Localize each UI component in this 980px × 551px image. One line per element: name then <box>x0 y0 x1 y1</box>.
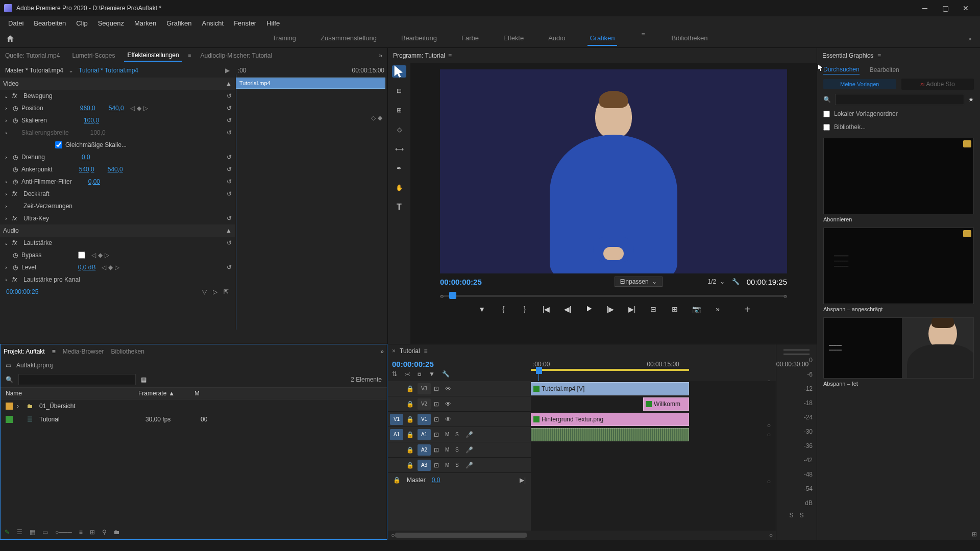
tab-media-browser[interactable]: Media-Browser <box>63 348 104 355</box>
tab-essential-graphics[interactable]: Essential Graphics <box>822 52 873 59</box>
pencil-icon[interactable]: ✎ <box>5 529 10 536</box>
timeline-scrollbar[interactable]: ○○ <box>388 531 776 540</box>
maximize-button[interactable]: ▢ <box>935 0 955 16</box>
fx-badge[interactable]: fx <box>12 276 20 283</box>
ec-clip-bar[interactable]: Tutorial.mp4 <box>236 78 385 89</box>
workspace-training[interactable]: Training <box>271 31 298 46</box>
twirl-icon[interactable]: › <box>3 118 9 123</box>
tabs-overflow[interactable]: » <box>376 52 385 59</box>
reset-icon[interactable]: ↺ <box>227 154 232 161</box>
project-search-input[interactable] <box>18 374 136 385</box>
lift-icon[interactable]: ⊟ <box>648 305 658 313</box>
ec-play-icon[interactable]: ▶ <box>225 67 230 74</box>
project-bin-row[interactable]: › 🖿 01_Übersicht <box>1 399 387 413</box>
next-kf-icon[interactable]: ▷ <box>105 252 109 259</box>
mute-icon[interactable]: M <box>445 447 452 453</box>
track-target-a2[interactable]: A2 <box>418 444 431 456</box>
track-a2-header[interactable]: 🔒A2⊡MS🎤 <box>388 442 531 458</box>
export-icon[interactable]: ⇱ <box>224 288 229 295</box>
mute-icon[interactable]: M <box>445 432 452 437</box>
panel-menu-icon[interactable]: ≡ <box>52 348 56 355</box>
fx-badge[interactable]: fx <box>12 190 20 197</box>
add-kf-icon[interactable]: ◆ <box>98 252 103 259</box>
project-seq-row[interactable]: ☰ Tutorial 30,00 fps 00 <box>1 413 387 426</box>
menu-bearbeiten[interactable]: Bearbeiten <box>30 18 70 28</box>
program-viewer[interactable] <box>440 69 787 273</box>
sync-lock-icon[interactable]: ⊡ <box>434 431 442 438</box>
workspace-menu-icon[interactable]: ≡ <box>638 31 649 46</box>
tabs-overflow[interactable]: » <box>380 348 384 355</box>
master-lock-icon[interactable]: 🔒 <box>393 477 401 484</box>
rotate-icon[interactable]: ◇ <box>392 123 406 136</box>
favorites-icon[interactable]: ★ <box>968 96 974 103</box>
reset-icon[interactable]: ↺ <box>227 190 232 197</box>
track-target-v1[interactable]: V1 <box>418 414 431 425</box>
eg-browse-tab[interactable]: Durchsuchen <box>823 66 860 74</box>
type-tool-icon[interactable]: T <box>392 201 406 213</box>
solo-icon[interactable]: S <box>455 447 462 453</box>
home-button[interactable] <box>0 34 20 43</box>
label-swatch[interactable] <box>6 416 13 423</box>
reset-icon[interactable]: ↺ <box>227 239 232 246</box>
play-only-icon[interactable]: ▷ <box>213 288 217 295</box>
sync-lock-icon[interactable]: ⊡ <box>434 416 442 423</box>
step-forward-icon[interactable]: |▶ <box>605 305 616 313</box>
solo-right[interactable]: S <box>800 512 804 519</box>
new-layer-icon[interactable]: ⊞ <box>972 531 977 538</box>
extract-icon[interactable]: ⊞ <box>670 305 680 313</box>
menu-grafiken[interactable]: Grafiken <box>162 18 195 28</box>
clip-v3[interactable]: Tutorial.mp4 [V] <box>531 382 689 395</box>
sequence-name[interactable]: Tutorial <box>39 416 141 423</box>
twirl-icon[interactable]: › <box>3 179 9 185</box>
stopwatch-icon[interactable]: ◷ <box>12 178 18 185</box>
mark-out-icon[interactable]: } <box>520 305 530 313</box>
automate-icon[interactable]: ⊞ <box>90 529 95 536</box>
prev-kf-icon[interactable]: ◁ <box>102 264 106 271</box>
sync-lock-icon[interactable]: ⊡ <box>434 446 442 454</box>
fx-badge[interactable]: fx <box>12 239 20 246</box>
mark-in-icon[interactable]: { <box>498 305 508 313</box>
sync-lock-icon[interactable]: ⊡ <box>434 385 442 392</box>
eye-icon[interactable]: 👁 <box>445 385 453 392</box>
source-patch-v1[interactable]: V1 <box>390 414 403 425</box>
stopwatch-icon[interactable]: ◷ <box>12 154 18 161</box>
icon-view-icon[interactable]: ▦ <box>30 529 35 536</box>
clip-v1[interactable]: Hintergrund Textur.png <box>531 413 689 426</box>
menu-fenster[interactable]: Fenster <box>230 18 260 28</box>
ec-bypass-checkbox[interactable] <box>78 252 85 259</box>
timeline-ruler[interactable]: :00:00 00:00:15:00 00:00:30:00 ○ <box>531 358 776 381</box>
next-kf-icon[interactable]: ▷ <box>143 105 148 112</box>
lock-icon[interactable]: 🔒 <box>406 446 414 454</box>
hand-tool-icon[interactable]: ✋ <box>392 182 406 194</box>
eg-my-templates-button[interactable]: Meine Vorlagen <box>823 79 896 89</box>
ec-pos-y[interactable]: 540,0 <box>109 105 124 112</box>
ec-pos-x[interactable]: 960,0 <box>80 105 95 112</box>
workspace-zusammenstellung[interactable]: Zusammenstellung <box>318 31 379 46</box>
program-scrubber[interactable]: ○ ○ <box>440 290 787 300</box>
marker-icon[interactable]: ▼ <box>429 370 435 378</box>
snap-icon[interactable]: ⩙ <box>404 370 410 378</box>
horizontal-center-icon[interactable]: ⊞ <box>392 104 406 116</box>
reset-icon[interactable]: ↺ <box>227 215 232 222</box>
insert-overwrite-icon[interactable]: ⇅ <box>392 370 397 378</box>
voice-record-icon[interactable]: 🎤 <box>465 462 473 469</box>
source-patch-a1[interactable]: A1 <box>390 429 403 440</box>
stopwatch-icon[interactable]: ◷ <box>12 264 18 271</box>
play-button[interactable] <box>584 305 594 314</box>
ec-uniform-checkbox[interactable] <box>55 141 62 148</box>
fit-dropdown[interactable]: Einpassen ⌄ <box>615 277 663 287</box>
track-handle-icon[interactable]: ○ <box>767 431 771 438</box>
timeline-timecode[interactable]: 00:00:00:25 <box>392 360 527 368</box>
skip-icon[interactable]: ▶| <box>520 477 526 484</box>
tab-source[interactable]: Quelle: Tutorial.mp4 <box>2 50 63 61</box>
lock-icon[interactable]: 🔒 <box>406 462 414 469</box>
reset-icon[interactable]: ↺ <box>227 178 232 185</box>
filter-icon[interactable]: ▽ <box>202 288 207 295</box>
zoom-slider[interactable]: ○─── <box>55 529 72 536</box>
twirl-icon[interactable]: › <box>17 403 23 410</box>
voice-record-icon[interactable]: 🎤 <box>465 431 473 438</box>
solo-icon[interactable]: S <box>455 432 462 437</box>
next-kf-icon[interactable]: ▷ <box>115 264 119 271</box>
tab-libraries[interactable]: Bibliotheken <box>111 348 144 355</box>
kf-diamond-icon[interactable]: ◇ <box>371 114 376 121</box>
